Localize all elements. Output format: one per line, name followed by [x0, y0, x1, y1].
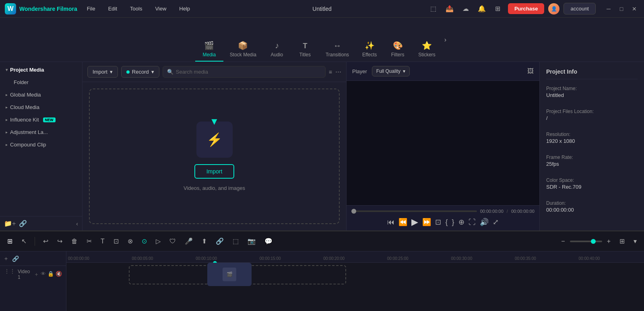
- sidebar-item-influence-kit[interactable]: ▸ Influence Kit NEW: [0, 113, 82, 126]
- timeline-clip[interactable]: 🎬: [207, 263, 252, 286]
- extra-button[interactable]: ⤢: [493, 218, 499, 227]
- tl-link-button[interactable]: 🔗: [213, 236, 226, 247]
- sidebar-item-compound-clip[interactable]: ▸ Compound Clip: [0, 138, 82, 151]
- frame-forward-button[interactable]: ⏩: [422, 218, 431, 227]
- tl-export-button[interactable]: ⬆: [199, 236, 209, 247]
- shield-button[interactable]: 🛡: [167, 236, 178, 247]
- quality-select[interactable]: Full Quality ▾: [372, 66, 410, 76]
- playback-tl-button[interactable]: ▷: [153, 236, 163, 247]
- ripple-button[interactable]: ⊗: [125, 236, 135, 247]
- menu-view[interactable]: View: [153, 4, 169, 13]
- mark-in-button[interactable]: {: [445, 218, 448, 227]
- sidebar-item-folder[interactable]: Folder: [0, 76, 82, 89]
- more-options-icon[interactable]: ···: [335, 68, 341, 76]
- fullscreen-button[interactable]: ⛶: [469, 218, 476, 227]
- text-button[interactable]: T: [98, 236, 107, 247]
- sidebar-item-global-media[interactable]: ▸ Global Media: [0, 89, 82, 101]
- timeline-cursor-button[interactable]: ↖: [19, 236, 29, 247]
- mark-out-button[interactable]: }: [452, 218, 454, 227]
- tab-effects[interactable]: ✨ Effects: [355, 37, 384, 62]
- preview-video: [347, 81, 539, 205]
- import-dropdown-arrow[interactable]: ▾: [110, 69, 113, 75]
- maximize-button[interactable]: □: [617, 4, 626, 14]
- tl-speech-button[interactable]: 💬: [262, 236, 275, 247]
- tab-titles[interactable]: T Titles: [291, 39, 319, 62]
- tab-transitions[interactable]: ↔ Transitions: [319, 38, 355, 62]
- tab-audio[interactable]: ♪ Audio: [263, 38, 291, 62]
- add-folder-icon[interactable]: 📁+: [4, 220, 16, 227]
- zoom-out-button[interactable]: −: [559, 236, 567, 247]
- video-track-label-row: ⋮⋮ Video 1 ＋ 👁 🔒 🔇: [0, 266, 66, 283]
- tl-cam-button[interactable]: 📷: [245, 236, 258, 247]
- add-to-timeline-button[interactable]: ⊕: [458, 218, 464, 227]
- info-resolution: Resolution: 1920 x 1080: [546, 132, 638, 144]
- minimize-button[interactable]: ─: [604, 4, 613, 14]
- preview-toolbar: Player Full Quality ▾ 🖼: [347, 62, 539, 81]
- sidebar-item-cloud-media[interactable]: ▸ Cloud Media: [0, 101, 82, 113]
- export-icon[interactable]: 📤: [444, 3, 456, 15]
- notification-icon[interactable]: 🔔: [476, 3, 488, 15]
- zoom-in-button[interactable]: +: [605, 236, 613, 247]
- track-mute-icon[interactable]: 🔇: [56, 271, 62, 278]
- snapshot-icon[interactable]: 🖼: [527, 68, 534, 75]
- tab-filters[interactable]: 🎨 Filters: [384, 37, 412, 62]
- tab-stock-media[interactable]: 📦 Stock Media: [223, 37, 263, 62]
- tabs-more-arrow[interactable]: ›: [442, 33, 449, 47]
- track-handle[interactable]: ⋮⋮: [4, 268, 15, 274]
- sidebar-item-adjustment-layer[interactable]: ▸ Adjustment La...: [0, 126, 82, 138]
- mic-button[interactable]: 🎤: [182, 236, 195, 247]
- zoom-slider[interactable]: [570, 241, 602, 242]
- tab-media[interactable]: 🎬 Media: [195, 37, 223, 62]
- sidebar-item-project-media[interactable]: ▾ Project Media: [0, 64, 82, 76]
- media-content: Import ▾ Record ▾ 🔍 ≡ ··: [83, 62, 346, 231]
- crop-tl-button[interactable]: ⊡: [111, 236, 121, 247]
- close-button[interactable]: ✕: [630, 4, 639, 14]
- timeline-grid-button[interactable]: ⊞: [5, 236, 15, 247]
- link-folder-icon[interactable]: 🔗: [19, 220, 27, 227]
- menu-edit[interactable]: Edit: [106, 4, 120, 13]
- track-lock-icon[interactable]: 🔒: [47, 271, 54, 278]
- speaker-button[interactable]: 🔊: [480, 218, 489, 227]
- tab-stickers[interactable]: ⭐ Stickers: [412, 37, 442, 62]
- titlebar-left: W Wondershare Filmora File Edit Tools Vi…: [5, 3, 192, 14]
- titles-icon: T: [303, 42, 307, 50]
- undo-button[interactable]: ↩: [41, 236, 51, 247]
- filters-icon: 🎨: [393, 41, 403, 50]
- record-tl-button[interactable]: ⊙: [139, 236, 149, 247]
- menu-help[interactable]: Help: [177, 4, 192, 13]
- add-video-track-icon[interactable]: ＋: [3, 255, 9, 262]
- menu-file[interactable]: File: [85, 4, 98, 13]
- import-button[interactable]: Import ▾: [87, 66, 118, 78]
- sidebar: ▾ Project Media Folder ▸ Global Media ▸ …: [0, 62, 83, 231]
- link-track-icon[interactable]: 🔗: [12, 255, 19, 262]
- sidebar-arrow-global: ▸: [6, 93, 8, 97]
- search-input[interactable]: [176, 69, 321, 75]
- timecode-slider[interactable]: [351, 210, 477, 212]
- menu-tools[interactable]: Tools: [128, 4, 144, 13]
- filter-icon[interactable]: ≡: [329, 69, 332, 75]
- purchase-button[interactable]: Purchase: [508, 3, 545, 14]
- frame-back-button[interactable]: ⏪: [398, 218, 407, 227]
- cloud-icon[interactable]: ☁: [460, 3, 472, 15]
- avatar[interactable]: 👤: [548, 3, 559, 14]
- collapse-icon[interactable]: ‹: [76, 220, 78, 227]
- sidebar-arrow-cloud: ▸: [6, 105, 8, 109]
- skip-back-button[interactable]: ⏮: [387, 218, 394, 227]
- cut-button[interactable]: ✂: [84, 236, 94, 247]
- redo-button[interactable]: ↪: [55, 236, 65, 247]
- track-eye-icon[interactable]: 👁: [41, 271, 46, 278]
- record-button[interactable]: Record ▾: [121, 66, 159, 78]
- account-button[interactable]: account: [564, 3, 596, 14]
- tl-more-button[interactable]: ▾: [631, 236, 639, 247]
- crop-button[interactable]: ⊡: [435, 218, 441, 227]
- grid-icon[interactable]: ⊞: [492, 3, 504, 15]
- import-drop-button[interactable]: Import: [194, 164, 235, 179]
- delete-button[interactable]: 🗑: [69, 236, 80, 247]
- play-button[interactable]: ▶: [411, 217, 418, 227]
- screen-icon[interactable]: ⬚: [427, 3, 440, 15]
- tl-screen-button[interactable]: ⬚: [230, 236, 241, 247]
- track-add-icon[interactable]: ＋: [34, 271, 39, 278]
- ruler-mark-7: 00:00:35:00: [515, 256, 579, 261]
- tl-layout-button[interactable]: ⊞: [617, 236, 627, 247]
- record-dropdown-arrow[interactable]: ▾: [151, 69, 154, 75]
